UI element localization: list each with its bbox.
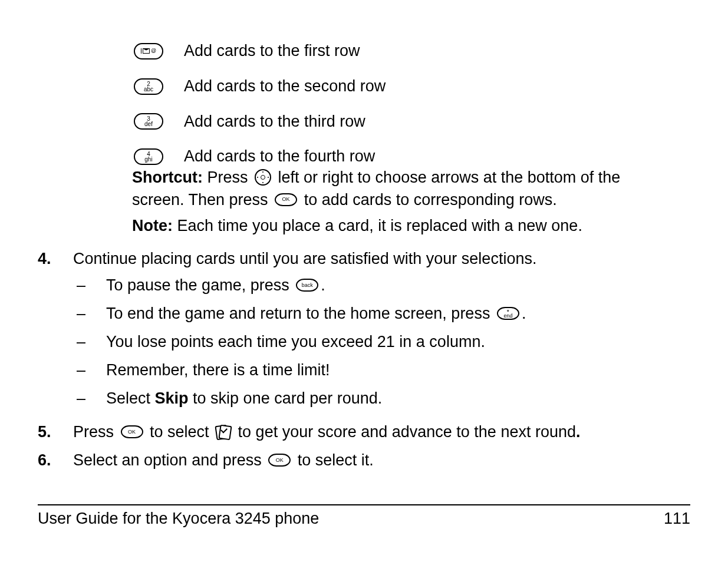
bullet-text: to skip one card per round. — [189, 389, 383, 407]
key-row-text: Add cards to the second row — [184, 75, 386, 98]
key-2-icon: 2abc — [132, 78, 165, 95]
step-text: to get your score and advance to the nex… — [233, 423, 576, 441]
note-label: Note: — [132, 217, 173, 234]
key-4-icon: 4ghi — [132, 148, 165, 166]
step-text: to select — [146, 423, 214, 441]
step-text: . — [576, 423, 581, 441]
numbered-steps: 4. Continue placing cards until you are … — [38, 248, 690, 472]
bullet: – To pause the game, press back. — [73, 275, 690, 297]
step-text: to select it. — [293, 451, 374, 469]
key-row-text: Add cards to the first row — [184, 40, 360, 62]
bullet-text: Remember, there is a time limit! — [106, 361, 330, 379]
step-text: Continue placing cards until you are sat… — [73, 250, 536, 267]
step-number: 4. — [38, 248, 73, 416]
key-1-icon: @ — [132, 42, 165, 60]
bullet-text: You lose points each time you exceed 21 … — [106, 333, 485, 351]
key-row-4: 4ghi Add cards to the fourth row — [132, 146, 690, 168]
bullet-text: . — [522, 305, 526, 322]
note-paragraph: Note: Each time you place a card, it is … — [132, 215, 667, 237]
footer-title: User Guide for the Kyocera 3245 phone — [38, 508, 319, 530]
bullet: – Select Skip to skip one card per round… — [73, 388, 690, 410]
ok-key-icon: OK — [268, 454, 291, 467]
bullet: – You lose points each time you exceed 2… — [73, 331, 690, 353]
bullet-text: . — [321, 276, 325, 294]
step-5: 5. Press OK to select to get your score … — [38, 421, 690, 444]
step-text: Select an option and press — [73, 451, 266, 469]
step-number: 5. — [38, 421, 73, 444]
key-3-icon: 3def — [132, 113, 165, 130]
page: @ Add cards to the first row 2abc Add ca… — [0, 0, 728, 562]
shortcut-paragraph: Shortcut: Press left or right to choose … — [132, 167, 667, 211]
back-key-icon: back — [296, 279, 318, 292]
key-row-2: 2abc Add cards to the second row — [132, 75, 690, 98]
bullet: – To end the game and return to the home… — [73, 303, 690, 325]
page-number: 111 — [664, 508, 690, 530]
page-footer: User Guide for the Kyocera 3245 phone 11… — [38, 504, 690, 530]
bullet: – Remember, there is a time limit! — [73, 359, 690, 382]
ok-key-icon: OK — [121, 425, 143, 438]
shortcut-text: Press — [207, 168, 253, 186]
key-row-1: @ Add cards to the first row — [132, 40, 690, 62]
bullet-text: To pause the game, press — [106, 276, 294, 294]
end-key-icon: ⚬end — [497, 307, 519, 320]
step-4: 4. Continue placing cards until you are … — [38, 248, 690, 416]
bullet-text: To end the game and return to the home s… — [106, 305, 495, 322]
ok-key-icon: OK — [275, 193, 297, 206]
cards-done-icon — [216, 425, 231, 438]
key-row-text: Add cards to the third row — [184, 111, 365, 133]
key-action-list: @ Add cards to the first row 2abc Add ca… — [132, 40, 690, 168]
step-6: 6. Select an option and press OK to sele… — [38, 449, 690, 472]
shortcut-text: to add cards to corresponding rows. — [304, 191, 557, 209]
note-text: Each time you place a card, it is replac… — [177, 217, 582, 234]
step-4-bullets: – To pause the game, press back. – To en… — [73, 275, 690, 409]
nav-key-icon — [255, 169, 271, 186]
step-text: Press — [73, 423, 118, 441]
shortcut-label: Shortcut: — [132, 168, 203, 186]
skip-label: Skip — [155, 389, 189, 407]
step-number: 6. — [38, 449, 73, 472]
key-row-text: Add cards to the fourth row — [184, 146, 375, 168]
key-row-3: 3def Add cards to the third row — [132, 111, 690, 133]
bullet-text: Select — [106, 389, 155, 407]
